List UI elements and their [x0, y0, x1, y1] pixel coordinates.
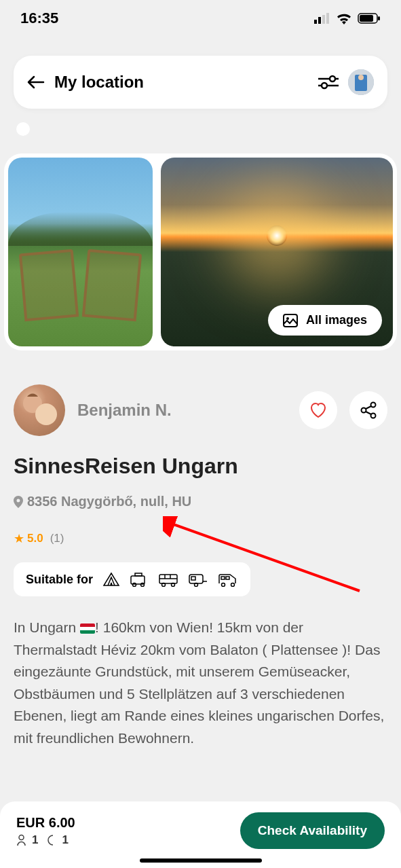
- svg-point-41: [19, 835, 24, 839]
- svg-rect-34: [191, 577, 195, 580]
- svg-point-20: [371, 414, 376, 418]
- suitable-label: Suitable for: [26, 573, 93, 587]
- all-images-label: All images: [306, 313, 367, 327]
- image-icon: [283, 314, 298, 327]
- host-row: Benjamin N.: [14, 384, 387, 436]
- svg-point-31: [162, 583, 166, 587]
- location-text: 8356 Nagygörbő, null, HU: [27, 494, 191, 509]
- svg-point-18: [371, 403, 376, 408]
- svg-point-40: [231, 583, 235, 587]
- status-bar: 16:35: [0, 0, 401, 34]
- svg-point-19: [362, 408, 366, 413]
- svg-point-25: [133, 583, 136, 587]
- share-button[interactable]: [349, 391, 387, 429]
- price: EUR 6.00: [16, 815, 75, 831]
- host-avatar[interactable]: [14, 384, 65, 436]
- hungary-flag-icon: [80, 623, 95, 634]
- svg-point-36: [195, 583, 198, 587]
- cta-label: Check Availability: [258, 823, 367, 837]
- rating-value: 5.0: [27, 532, 43, 545]
- svg-point-8: [330, 76, 335, 82]
- wifi-icon: [336, 12, 352, 24]
- battery-icon: [358, 13, 381, 24]
- gallery-image-1[interactable]: [8, 158, 153, 346]
- caravan-icon: [188, 572, 208, 587]
- svg-rect-24: [135, 573, 142, 576]
- svg-rect-38: [226, 577, 229, 579]
- top-location-card: My location: [14, 56, 387, 109]
- share-icon: [360, 401, 377, 419]
- svg-rect-37: [221, 577, 225, 579]
- favorite-button[interactable]: [299, 391, 337, 429]
- gallery-image-2[interactable]: All images: [161, 158, 393, 346]
- price-block: EUR 6.00 1 1: [16, 815, 75, 847]
- campervan-icon: [130, 572, 149, 587]
- svg-rect-0: [314, 20, 317, 24]
- signal-icon: [314, 13, 330, 24]
- star-icon: ★: [14, 531, 24, 546]
- status-icons: [314, 12, 381, 24]
- location-row[interactable]: 8356 Nagygörbő, null, HU: [14, 494, 387, 509]
- person-icon: [16, 834, 26, 846]
- booking-meta: 1 1: [16, 833, 75, 847]
- svg-point-17: [35, 403, 57, 425]
- nights-count: 1: [62, 833, 68, 847]
- vehicle-icons: [102, 572, 238, 587]
- description-post: ! 160km von Wien! 15km von der Thermalst…: [14, 619, 384, 746]
- status-time: 16:35: [20, 10, 58, 27]
- svg-line-22: [366, 412, 371, 414]
- svg-rect-5: [360, 15, 373, 22]
- rating-row[interactable]: ★ 5.0 (1): [14, 531, 387, 546]
- listing-content: Benjamin N. SinnesReisen Ungarn 8356 Nag…: [0, 350, 401, 763]
- svg-point-13: [358, 75, 364, 80]
- svg-point-15: [286, 317, 289, 320]
- svg-point-39: [222, 583, 225, 587]
- all-images-button[interactable]: All images: [268, 305, 382, 336]
- moon-icon: [46, 835, 56, 846]
- heart-icon: [309, 402, 327, 418]
- svg-rect-3: [326, 13, 329, 24]
- svg-line-21: [366, 406, 371, 409]
- rating-count: (1): [50, 532, 64, 545]
- svg-point-32: [172, 583, 175, 587]
- filter-icon[interactable]: [318, 75, 339, 90]
- bus-icon: [158, 572, 178, 587]
- listing-title: SinnesReisen Ungarn: [14, 454, 387, 479]
- listing-description: In Ungarn ! 160km von Wien! 15km von der…: [14, 617, 387, 749]
- motorhome-icon: [218, 572, 238, 587]
- svg-point-26: [141, 583, 145, 587]
- svg-rect-2: [322, 15, 325, 24]
- check-availability-button[interactable]: Check Availability: [240, 812, 385, 849]
- tent-icon: [102, 572, 120, 587]
- image-gallery: All images: [4, 153, 397, 350]
- svg-rect-1: [318, 17, 321, 24]
- svg-rect-6: [378, 16, 380, 20]
- price-amount: 6.00: [49, 815, 75, 830]
- location-title: My location: [54, 73, 309, 92]
- persons-count: 1: [32, 833, 38, 847]
- host-name: Benjamin N.: [77, 401, 287, 420]
- description-pre: In Ungarn: [14, 619, 80, 635]
- user-avatar[interactable]: [348, 69, 374, 95]
- pin-icon: [14, 496, 23, 508]
- svg-point-10: [322, 83, 327, 88]
- home-indicator: [140, 858, 262, 863]
- price-currency: EUR: [16, 815, 45, 830]
- suitable-for-card: Suitable for: [14, 562, 250, 596]
- back-arrow-icon[interactable]: [27, 75, 45, 89]
- indicator-dot: [16, 122, 30, 136]
